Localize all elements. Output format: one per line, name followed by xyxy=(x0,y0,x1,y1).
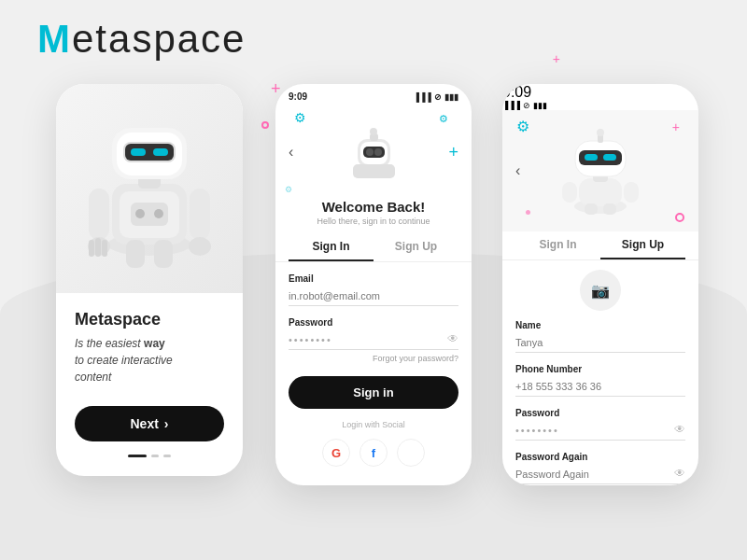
back-arrow-signup[interactable]: ‹ xyxy=(515,162,520,179)
robot-illustration-signup xyxy=(558,124,642,217)
welcome-sub: Hello there, sign in to continue xyxy=(289,217,458,226)
eye-icon-signin[interactable]: 👁 xyxy=(447,332,458,345)
svg-rect-29 xyxy=(353,164,395,178)
signin-card: 9:09 ▐▐▐ ⊘ ▮▮▮ ⚙ ⚙ ⚙ ‹ + Welcome Back! H… xyxy=(275,84,472,485)
password-again-label: Password Again xyxy=(515,452,685,462)
plus-deco-2: + xyxy=(553,51,560,66)
svg-rect-31 xyxy=(579,178,622,206)
signup-form: Name Phone Number Password 👁 Password Ag… xyxy=(502,320,698,485)
plus-icon-signup: + xyxy=(672,119,680,134)
svg-point-38 xyxy=(597,129,604,136)
brand-title: Metaspace xyxy=(37,17,246,62)
signup-card: 9:09 ▐▐▐ ⊘ ▮▮▮ ⚙ + ‹ xyxy=(502,84,698,485)
social-label: Login with Social xyxy=(289,420,458,429)
svg-rect-19 xyxy=(102,240,107,257)
svg-rect-42 xyxy=(603,203,616,215)
svg-rect-39 xyxy=(562,182,577,203)
robot-area-signin: ⚙ ⚙ ⚙ ‹ + xyxy=(275,105,472,199)
tab-row-signin: Sign In Sign Up xyxy=(275,233,472,262)
next-button[interactable]: Next › xyxy=(75,406,224,441)
plus-icon-signin[interactable]: + xyxy=(448,143,458,162)
svg-rect-36 xyxy=(603,154,616,161)
status-bar-signin: 9:09 ▐▐▐ ⊘ ▮▮▮ xyxy=(275,84,472,105)
phone-input[interactable] xyxy=(515,377,685,397)
camera-icon: 📷 xyxy=(591,282,610,300)
camera-button[interactable]: 📷 xyxy=(580,270,621,311)
name-label: Name xyxy=(515,320,685,330)
eye-icon-signup[interactable]: 👁 xyxy=(674,423,685,436)
brand-m: M xyxy=(37,17,72,61)
gear-icon-tr: ⚙ xyxy=(439,113,448,125)
social-row: G f xyxy=(289,439,458,467)
pagination-dots xyxy=(75,455,224,457)
tab-signin[interactable]: Sign In xyxy=(289,233,374,261)
google-btn[interactable]: G xyxy=(322,439,350,467)
tab-signin-signup-card[interactable]: Sign In xyxy=(515,231,600,259)
email-input[interactable] xyxy=(289,287,458,306)
status-icons-signup: ▐▐▐ ⊘ ▮▮▮ xyxy=(502,101,698,110)
svg-rect-41 xyxy=(585,203,598,215)
welcome-title: Welcome Back! xyxy=(289,199,458,215)
svg-rect-13 xyxy=(89,189,109,240)
signup-password-label: Password xyxy=(515,408,685,418)
svg-point-25 xyxy=(366,148,374,156)
dot-1 xyxy=(151,455,159,457)
circle-deco-1 xyxy=(261,121,269,129)
robot-area-splash xyxy=(56,84,243,293)
robot-illustration-1 xyxy=(84,95,215,282)
svg-rect-18 xyxy=(95,238,101,257)
signin-button[interactable]: Sign in xyxy=(289,376,458,409)
status-bar-signup: 9:09 ▐▐▐ ⊘ ▮▮▮ xyxy=(502,84,698,110)
time-signup: 9:09 xyxy=(502,84,531,100)
welcome-text: Welcome Back! Hello there, sign in to co… xyxy=(275,199,472,233)
phone-label: Phone Number xyxy=(515,364,685,374)
robot-area-signup: ⚙ + ‹ xyxy=(502,110,698,231)
circle-deco-signup xyxy=(675,213,684,222)
svg-rect-12 xyxy=(153,148,168,156)
svg-point-16 xyxy=(189,237,211,256)
signup-password-again-row: 👁 xyxy=(515,465,685,485)
email-label: Email xyxy=(289,273,458,284)
password-row: 👁 xyxy=(289,330,458,361)
signin-form: Email Password 👁 Forgot your password? S… xyxy=(275,273,472,467)
svg-rect-14 xyxy=(190,189,210,240)
signup-password-again-input[interactable] xyxy=(515,465,685,484)
gear-icon-bl: ⚙ xyxy=(285,185,292,194)
splash-card: Metaspace Is the easiest way to create i… xyxy=(56,84,243,476)
password-label: Password xyxy=(289,317,458,328)
svg-rect-21 xyxy=(154,240,173,268)
dot-deco-signup xyxy=(526,210,530,215)
signup-password-row: 👁 xyxy=(515,421,685,452)
gear-icon-signup-tl: ⚙ xyxy=(516,118,529,135)
back-arrow-signin[interactable]: ‹ xyxy=(289,144,293,161)
gear-icon-tl: ⚙ xyxy=(294,110,306,125)
tab-row-signup: Sign In Sign Up xyxy=(502,231,698,260)
password-input[interactable] xyxy=(289,330,458,350)
camera-area: 📷 xyxy=(502,270,698,311)
splash-title: Metaspace xyxy=(75,310,224,329)
tab-signup-active[interactable]: Sign Up xyxy=(600,231,685,259)
status-icons-signin: ▐▐▐ ⊘ ▮▮▮ xyxy=(414,92,458,102)
time-signin: 9:09 xyxy=(289,91,307,102)
svg-point-5 xyxy=(154,209,163,218)
plus-deco-1: + xyxy=(271,79,281,99)
svg-rect-17 xyxy=(89,240,94,257)
svg-point-28 xyxy=(370,128,377,135)
facebook-btn[interactable]: f xyxy=(359,439,388,467)
dot-active xyxy=(128,455,147,457)
tab-signup-link[interactable]: Sign Up xyxy=(374,233,458,261)
splash-content: Metaspace Is the easiest way to create i… xyxy=(56,293,243,476)
eye-icon-signup-again[interactable]: 👁 xyxy=(674,467,685,480)
dot-2 xyxy=(163,455,171,457)
svg-point-26 xyxy=(374,148,382,156)
svg-rect-40 xyxy=(624,182,639,203)
robot-small-signin xyxy=(348,122,400,183)
svg-rect-20 xyxy=(126,240,145,268)
svg-rect-11 xyxy=(131,148,146,156)
name-input[interactable] xyxy=(515,333,685,353)
signup-password-input[interactable] xyxy=(515,421,685,441)
splash-subtitle: Is the easiest way to create interactive… xyxy=(75,335,224,385)
apple-btn[interactable] xyxy=(397,439,425,467)
svg-point-4 xyxy=(135,209,145,218)
svg-rect-35 xyxy=(585,154,598,161)
